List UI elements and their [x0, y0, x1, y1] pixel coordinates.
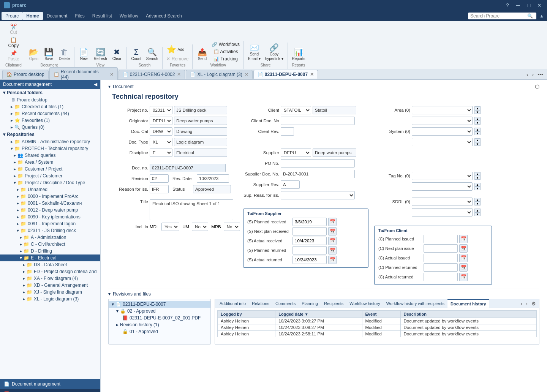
reason-input[interactable] [150, 185, 169, 193]
tab-next-btn[interactable]: › [531, 71, 536, 78]
supplier-select[interactable]: DEPU [281, 149, 311, 157]
area-select2[interactable] [412, 117, 473, 125]
rev-tab-workflow-history-recipients[interactable]: Workflow history with recipients [383, 300, 447, 307]
sidebar-item-0001[interactable]: ▸ 📁 0001 - Sakhalin-I/Сахалин [0, 200, 100, 207]
send-email-button[interactable]: ✉️SendEmail ▾ [246, 43, 262, 62]
originator-input[interactable] [174, 117, 227, 125]
client-doc-no-input[interactable] [281, 117, 355, 125]
c-actual-issued-input[interactable] [424, 254, 458, 262]
revisions-header[interactable]: ▾ Revisions and files [108, 291, 539, 297]
tab-xl-logic[interactable]: 📄 XL - Logic diagram (3) ✕ [186, 70, 252, 79]
tab-recent-documents[interactable]: 📋 Recent documents (44) ✕ [49, 67, 118, 81]
tag-no-select1[interactable] [412, 172, 473, 180]
tab-close-recent[interactable]: ✕ [110, 72, 114, 77]
sidebar-item-0000[interactable]: ▸ 📁 0000 - Implement ProArc [0, 193, 100, 200]
rev-tab-planning[interactable]: Planning [299, 300, 321, 307]
tab-close-xl[interactable]: ✕ [245, 72, 248, 77]
mrb-select[interactable]: No [224, 223, 240, 231]
system2-up[interactable]: ▲ [474, 138, 481, 142]
sidebar-item-recent[interactable]: ▸ 📁 Recent documents (44) [0, 110, 100, 117]
save-button[interactable]: 💾Save [42, 47, 56, 62]
menu-home[interactable]: Home [22, 12, 43, 20]
doc-cat-input[interactable] [174, 127, 227, 136]
doc-no-input[interactable] [150, 164, 226, 172]
client-input[interactable] [313, 106, 356, 114]
reports-button[interactable]: 📊Reports [290, 47, 307, 62]
menu-workflow[interactable]: Workflow [116, 12, 142, 20]
rev-tree-item-pdf[interactable]: 📕 02311-DEPU-E-0007_02_001.PDF [109, 315, 210, 321]
sidebar-item-shared-queries[interactable]: ▸ 👥 Shared queries [0, 152, 100, 159]
sidebar-item-electrical[interactable]: ▾ 📁 E - Electrical [0, 254, 100, 261]
tracking-button[interactable]: 📊 Tracking [210, 55, 241, 62]
s-next-plan-received-cal[interactable]: 📅 [328, 227, 337, 236]
tag-up[interactable]: ▲ [474, 172, 481, 176]
area2-up[interactable]: ▲ [474, 117, 481, 121]
search-ribbon-button[interactable]: 🔍Search [144, 47, 160, 62]
menu-result-list[interactable]: Result list [89, 12, 116, 20]
sidebar-item-drilling[interactable]: ▸ 📁 D - Drilling [0, 248, 100, 254]
rev-tree-item-02[interactable]: ▾ 🔒 02 - Approved [109, 308, 210, 315]
c-planned-returned-input[interactable] [424, 263, 458, 272]
sidebar-item-0091[interactable]: ▸ 📁 0091 - Implement logon [0, 220, 100, 227]
sidebar-item-queries[interactable]: ▸ 🔍 Queries (0) [0, 124, 100, 131]
doc-cat-select[interactable]: DRW [150, 127, 172, 136]
sidebar-item-xj[interactable]: ▸ 📁 XJ - Single line diagram [0, 289, 100, 296]
sidebar-bottom-planning[interactable]: 📅 Planning [0, 389, 100, 392]
tab-02311-depu[interactable]: 📄 02311-DEPU-E-0007 ✕ [253, 70, 318, 79]
project-no-select[interactable]: 02311 [150, 106, 172, 114]
add-button[interactable]: ⭐Add [165, 44, 190, 55]
rev-tree-item-01[interactable]: 🔒 01 - Approved [109, 328, 210, 335]
supplier-doc-no-input[interactable] [281, 170, 355, 178]
rev-tab-document-history[interactable]: Document history [447, 299, 489, 308]
sidebar-item-0090[interactable]: ▸ 📁 0090 - Key iplementations [0, 213, 100, 220]
doc-type-select[interactable]: XL [150, 138, 172, 146]
c-planned-issued-input[interactable] [424, 235, 458, 243]
sidebar-item-protech-repo[interactable]: ▾ 📁 PROTECH - Technical repository [0, 145, 100, 152]
tag-no-select2[interactable] [412, 182, 473, 191]
search-input[interactable] [470, 13, 527, 19]
delete-button[interactable]: 🗑Delete [57, 47, 72, 62]
sdrl-down[interactable]: ▼ [474, 202, 481, 205]
c-actual-issued-cal[interactable]: 📅 [459, 254, 468, 262]
status-input[interactable] [193, 185, 231, 193]
repositories-header[interactable]: ▾ Repositories [0, 131, 100, 138]
workflows-button[interactable]: 🔗 Workflows [210, 41, 241, 48]
system-down[interactable]: ▼ [474, 131, 481, 135]
rev-tab-additional-info[interactable]: Additional info [217, 300, 249, 307]
originator-select[interactable]: DEPU [150, 117, 172, 125]
s-planned-received-input[interactable] [292, 218, 327, 226]
send-button[interactable]: 📤Send [195, 47, 209, 62]
rev-nav-prev[interactable]: ‹ [519, 300, 523, 307]
tag-down[interactable]: ▼ [474, 176, 481, 180]
supplier-rev-input[interactable] [281, 180, 300, 189]
project-no-input[interactable] [174, 106, 227, 114]
menu-document[interactable]: Document [43, 12, 71, 20]
sidebar-item-xl[interactable]: ▸ 📁 XL - Logic diagram (3) [0, 296, 100, 302]
um-select[interactable]: No [192, 223, 208, 231]
remove-button[interactable]: ✕ Remove [165, 55, 190, 62]
sdrl-select1[interactable] [412, 198, 473, 206]
tag2-up[interactable]: ▲ [474, 183, 481, 187]
sup-reas-select[interactable] [281, 191, 355, 199]
area2-down[interactable]: ▼ [474, 121, 481, 125]
open-button[interactable]: 📂Open [27, 47, 41, 62]
maximize-btn[interactable]: □ [525, 2, 533, 8]
area-select1[interactable] [412, 106, 473, 114]
mdl-select[interactable]: Yes [161, 223, 179, 231]
help-btn[interactable]: ? [504, 2, 511, 8]
c-next-plan-issue-input[interactable] [424, 244, 458, 253]
client-select[interactable]: STATOIL [281, 106, 311, 114]
sidebar-item-unnamed[interactable]: ▸ 📁 Unnamed [0, 186, 100, 193]
sidebar-collapse-btn[interactable]: ▲ [539, 13, 544, 19]
sidebar-item-proarc-desktop[interactable]: 🖥 Proarc desktop [0, 96, 100, 103]
rev-tab-workflow-history[interactable]: Workflow history [346, 300, 383, 307]
rev-tree-item-main[interactable]: ▾ 📄 02311-DEPU-E-0007 [109, 301, 210, 308]
rev-settings-btn[interactable]: ⚙ [530, 300, 538, 307]
sidebar-item-favourites[interactable]: ▸ ⭐ Favourites (1) [0, 117, 100, 124]
c-actual-returned-cal[interactable]: 📅 [459, 273, 468, 281]
tab-proarc-desktop[interactable]: 🏠 Proarc desktop [2, 70, 49, 79]
tab-close-creng[interactable]: ✕ [177, 72, 181, 77]
sidebar-item-xd[interactable]: ▸ 📁 XD - General Arrangement [0, 282, 100, 289]
rev-tree-item-history[interactable]: ▸ Revision history (1) [109, 321, 210, 328]
refresh-button[interactable]: 🔄Refresh [92, 47, 109, 62]
